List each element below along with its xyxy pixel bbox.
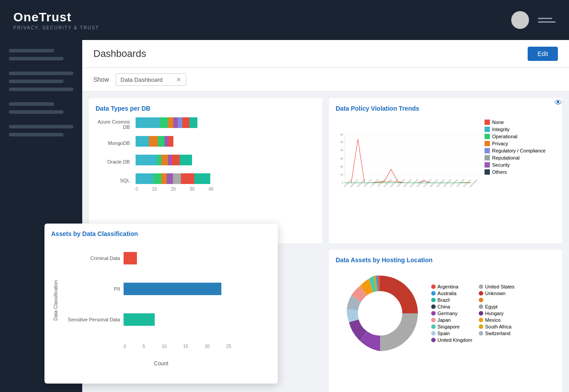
sidebar-item[interactable] [9, 125, 73, 128]
menu-line-1 [538, 18, 552, 19]
bar-seg [180, 155, 192, 165]
legend-color [485, 155, 490, 160]
legend-color [485, 134, 490, 139]
edit-button[interactable]: Edit [528, 47, 558, 61]
svg-text:10: 10 [340, 173, 343, 176]
assets-title: Assets by Data Classification [51, 230, 271, 237]
menu-line-2 [538, 21, 556, 23]
legend-operational: Operational [485, 134, 556, 139]
avatar[interactable] [511, 11, 529, 29]
x-axis-labels: 0 5 10 15 20 25 [124, 344, 231, 349]
app-name: OneTrust [13, 10, 99, 24]
svg-text:60: 60 [340, 133, 343, 136]
sidebar-group-1 [9, 49, 73, 60]
legend-singapore: Singapore [431, 324, 472, 329]
hosting-location-chart: Data Assets by Hosting Location [329, 250, 562, 392]
y-label-oracle: Oracle DB [96, 156, 133, 167]
svg-text:30: 30 [340, 157, 343, 160]
bar-azure [136, 117, 316, 128]
bar-seg [161, 173, 167, 184]
line-chart-svg: 0 10 20 30 40 50 60 [336, 117, 480, 206]
dashboard-header: Dashboards Edit [82, 40, 569, 68]
svg-text:50: 50 [340, 140, 343, 144]
bar-sensitive-fill [124, 313, 155, 326]
sidebar-item[interactable] [9, 57, 64, 60]
legend-south-africa: South Africa [479, 324, 520, 329]
eye-icon[interactable]: 👁 [554, 98, 562, 108]
data-types-title: Data Types per DB [96, 105, 316, 112]
bar-seg [136, 173, 153, 184]
legend-japan: Japan [431, 317, 472, 323]
filter-bar: Show Data Dashboard ✕ [82, 68, 569, 92]
legend-unknown: Unknown [479, 291, 520, 296]
legend-australia: Australia [431, 291, 472, 296]
dashboard-select[interactable]: Data Dashboard ✕ [116, 73, 186, 86]
bar-seg [161, 155, 168, 165]
sidebar-group-3 [9, 102, 73, 114]
sidebar-item[interactable] [9, 72, 73, 75]
bar-seg [153, 173, 161, 184]
svg-text:0: 0 [342, 181, 344, 184]
legend-color [485, 169, 490, 175]
bar-pii-fill [124, 283, 221, 295]
x-axis-label: Count [51, 360, 271, 367]
donut-svg [336, 269, 425, 358]
legend-argentina: Argentina [431, 284, 472, 289]
sidebar-item[interactable] [9, 88, 73, 91]
legend-integrity: Integrity [485, 127, 556, 132]
bar-seg [178, 117, 182, 128]
show-label: Show [93, 76, 109, 83]
legend-egypt: Egypt [479, 304, 520, 309]
sidebar-item[interactable] [9, 102, 54, 106]
sidebar-item[interactable] [9, 49, 54, 52]
data-types-chart: Data Types per DB Azure Cosmos DB MongoD… [89, 98, 322, 243]
legend-spain: Spain [431, 331, 472, 336]
bar-seg [182, 117, 189, 128]
legend-others: Others [485, 169, 556, 175]
legend-hungary: Hungary [479, 311, 520, 316]
menu-lines[interactable] [538, 18, 556, 23]
bar-seg [136, 117, 160, 128]
bar-seg [136, 136, 149, 147]
bar-seg [136, 155, 157, 165]
sidebar-item[interactable] [9, 80, 64, 83]
legend-color [485, 162, 490, 168]
sidebar-item[interactable] [9, 133, 64, 136]
bar-seg [194, 173, 210, 184]
sidebar-group-2 [9, 72, 73, 91]
bar-seg [157, 155, 161, 165]
bar-seg [160, 117, 168, 128]
legend-reputational: Reputational [485, 155, 556, 160]
legend-switzerland: Switzerland [479, 331, 520, 336]
bar-mongodb [136, 136, 316, 147]
y-label-azure: Azure Cosmos DB [96, 119, 133, 130]
bar-seg [168, 117, 173, 128]
legend-germany: Germany [431, 311, 472, 316]
violation-title: Data Policy Violation Trends [336, 105, 556, 112]
nav-right [511, 11, 556, 29]
bar-criminal-fill [124, 252, 137, 264]
app-tagline: PRIVACY, SECURITY & TRUST [13, 25, 99, 30]
bar-seg [172, 155, 180, 165]
svg-text:20: 20 [340, 165, 343, 168]
bar-seg [173, 117, 178, 128]
legend-brazil: Brazil [431, 297, 472, 303]
clear-filter-icon[interactable]: ✕ [176, 76, 181, 83]
y-axis-label: Data Classification [53, 280, 58, 320]
page-title: Dashboards [93, 48, 146, 60]
legend-color [485, 120, 490, 125]
legend-color [485, 141, 490, 146]
violation-legend: None Integrity Operational Privacy [485, 117, 556, 208]
bar-seg [158, 136, 164, 147]
sidebar-item[interactable] [9, 110, 64, 114]
bar-seg [164, 136, 168, 147]
bar-pii: PII [67, 283, 271, 295]
bar-sensitive: Sensitive Personal Data [67, 313, 271, 326]
bar-sql [136, 173, 316, 184]
logo: OneTrust PRIVACY, SECURITY & TRUST [13, 10, 99, 30]
bar-seg [168, 136, 173, 147]
top-nav: OneTrust PRIVACY, SECURITY & TRUST [0, 0, 569, 40]
hosting-title: Data Assets by Hosting Location [336, 256, 556, 264]
legend-privacy: Privacy [485, 141, 556, 146]
hosting-legend: Argentina United States Australia Unknow… [431, 284, 520, 343]
